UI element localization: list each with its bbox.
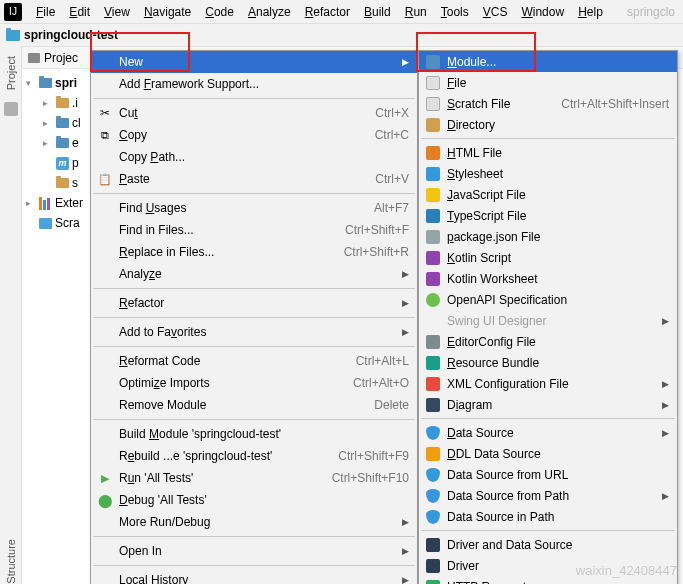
- maven-icon: m: [56, 157, 69, 170]
- menu-item[interactable]: EditorConfig File: [419, 331, 677, 352]
- menu-item[interactable]: ⬤Debug 'All Tests': [91, 489, 417, 511]
- menu-item[interactable]: Module...: [419, 51, 677, 72]
- menu-item[interactable]: Optimize ImportsCtrl+Alt+O: [91, 372, 417, 394]
- menu-item[interactable]: Driver: [419, 555, 677, 576]
- fi-ts-icon: [425, 208, 441, 224]
- menu-item[interactable]: Add to Favorites▶: [91, 321, 417, 343]
- menu-item[interactable]: ✂CutCtrl+X: [91, 102, 417, 124]
- blank-icon: [97, 397, 113, 413]
- menu-navigate[interactable]: Navigate: [138, 3, 197, 21]
- menu-tools[interactable]: Tools: [435, 3, 475, 21]
- menu-item[interactable]: Reformat CodeCtrl+Alt+L: [91, 350, 417, 372]
- menu-item-label: Remove Module: [119, 398, 206, 412]
- breadcrumb-project[interactable]: springcloud-test: [24, 28, 118, 42]
- menu-item[interactable]: ▶Run 'All Tests'Ctrl+Shift+F10: [91, 467, 417, 489]
- tree-item[interactable]: .i: [72, 96, 78, 110]
- menu-item-label: JavaScript File: [447, 188, 526, 202]
- menu-item[interactable]: File: [419, 72, 677, 93]
- menu-run[interactable]: Run: [399, 3, 433, 21]
- menu-item[interactable]: Refactor▶: [91, 292, 417, 314]
- menu-item[interactable]: package.json File: [419, 226, 677, 247]
- menu-item-label: Run 'All Tests': [119, 471, 193, 485]
- menu-item[interactable]: Analyze▶: [91, 263, 417, 285]
- menu-item[interactable]: TypeScript File: [419, 205, 677, 226]
- menu-item[interactable]: Add Framework Support...: [91, 73, 417, 95]
- menu-item-label: package.json File: [447, 230, 540, 244]
- menu-item[interactable]: Copy Path...: [91, 146, 417, 168]
- menu-build[interactable]: Build: [358, 3, 397, 21]
- menu-item[interactable]: New▶: [91, 51, 417, 73]
- menu-item[interactable]: Open In▶: [91, 540, 417, 562]
- menu-item[interactable]: Scratch FileCtrl+Alt+Shift+Insert: [419, 93, 677, 114]
- menu-item[interactable]: HTTP Request: [419, 576, 677, 584]
- fi-ktw-icon: [425, 271, 441, 287]
- menu-item[interactable]: Directory: [419, 114, 677, 135]
- menu-item[interactable]: Stylesheet: [419, 163, 677, 184]
- tool-stub-icon[interactable]: [4, 102, 18, 116]
- menu-item[interactable]: XML Configuration File▶: [419, 373, 677, 394]
- menu-item[interactable]: Find in Files...Ctrl+Shift+F: [91, 219, 417, 241]
- menu-item[interactable]: Local History▶: [91, 569, 417, 584]
- paste-icon: 📋: [97, 171, 113, 187]
- menu-item[interactable]: DDL Data Source: [419, 443, 677, 464]
- menu-item-label: Find in Files...: [119, 223, 194, 237]
- menu-item[interactable]: Kotlin Script: [419, 247, 677, 268]
- menu-item[interactable]: Find UsagesAlt+F7: [91, 197, 417, 219]
- menu-item[interactable]: Data Source from Path▶: [419, 485, 677, 506]
- menu-item[interactable]: Kotlin Worksheet: [419, 268, 677, 289]
- menu-item[interactable]: More Run/Debug▶: [91, 511, 417, 533]
- menu-file[interactable]: File: [30, 3, 61, 21]
- menu-item[interactable]: 📋PasteCtrl+V: [91, 168, 417, 190]
- menu-item[interactable]: Data Source▶: [419, 422, 677, 443]
- menu-item-label: Data Source: [447, 426, 514, 440]
- menu-vcs[interactable]: VCS: [477, 3, 514, 21]
- structure-tool-tab[interactable]: Structure: [5, 539, 17, 584]
- tree-item[interactable]: p: [72, 156, 79, 170]
- menu-item[interactable]: Data Source from URL: [419, 464, 677, 485]
- fi-module-icon: [425, 54, 441, 70]
- menu-item[interactable]: Data Source in Path: [419, 506, 677, 527]
- fi-ds-icon: [425, 467, 441, 483]
- tree-item[interactable]: cl: [72, 116, 81, 130]
- fi-ec-icon: [425, 334, 441, 350]
- menu-item[interactable]: Rebuild ...e 'springcloud-test'Ctrl+Shif…: [91, 445, 417, 467]
- menu-item-label: Data Source from Path: [447, 489, 569, 503]
- menu-item[interactable]: Replace in Files...Ctrl+Shift+R: [91, 241, 417, 263]
- scratches[interactable]: Scra: [55, 216, 80, 230]
- menu-window[interactable]: Window: [515, 3, 570, 21]
- fi-drv-icon: [425, 537, 441, 553]
- menu-item-label: Local History: [119, 573, 188, 584]
- menu-analyze[interactable]: Analyze: [242, 3, 297, 21]
- project-panel-title[interactable]: Projec: [44, 51, 78, 65]
- menu-view[interactable]: View: [98, 3, 136, 21]
- menu-refactor[interactable]: Refactor: [299, 3, 356, 21]
- fi-ds-icon: [425, 425, 441, 441]
- menu-item[interactable]: Driver and Data Source: [419, 534, 677, 555]
- external-libs[interactable]: Exter: [55, 196, 83, 210]
- submenu-arrow-icon: ▶: [402, 575, 409, 584]
- menu-edit[interactable]: Edit: [63, 3, 96, 21]
- blank-icon: [97, 200, 113, 216]
- menu-item[interactable]: JavaScript File: [419, 184, 677, 205]
- shortcut: Ctrl+X: [361, 106, 409, 120]
- menu-item-label: Build Module 'springcloud-test': [119, 427, 281, 441]
- project-tool-tab[interactable]: Project: [3, 50, 19, 96]
- fi-xml-icon: [425, 376, 441, 392]
- menu-item[interactable]: Diagram▶: [419, 394, 677, 415]
- tree-item[interactable]: e: [72, 136, 79, 150]
- menu-item[interactable]: Resource Bundle: [419, 352, 677, 373]
- tree-item[interactable]: s: [72, 176, 78, 190]
- menu-item[interactable]: HTML File: [419, 142, 677, 163]
- menu-item-label: Driver: [447, 559, 479, 573]
- folder-icon: [56, 98, 69, 108]
- tree-root[interactable]: spri: [55, 76, 77, 90]
- menu-item[interactable]: Build Module 'springcloud-test': [91, 423, 417, 445]
- menu-item-label: HTTP Request: [447, 580, 526, 585]
- menu-item[interactable]: Remove ModuleDelete: [91, 394, 417, 416]
- menu-item[interactable]: ⧉CopyCtrl+C: [91, 124, 417, 146]
- blank-icon: [97, 514, 113, 530]
- menu-code[interactable]: Code: [199, 3, 240, 21]
- menu-item[interactable]: OpenAPI Specification: [419, 289, 677, 310]
- menu-help[interactable]: Help: [572, 3, 609, 21]
- menu-item-label: Kotlin Script: [447, 251, 511, 265]
